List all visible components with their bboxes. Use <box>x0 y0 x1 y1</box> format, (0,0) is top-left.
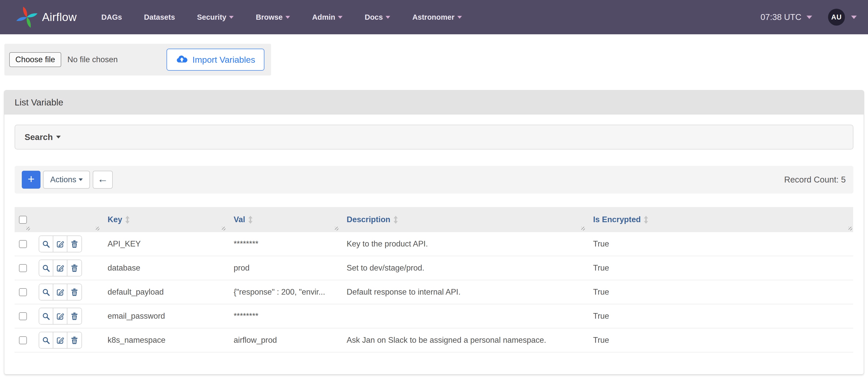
nav-item-security[interactable]: Security <box>197 13 234 22</box>
table-row: email_password ******** True <box>14 304 853 328</box>
table-row: default_payload {"response" : 200, "envi… <box>14 280 853 304</box>
header-cell-is-encrypted[interactable]: Is Encrypted <box>586 207 853 232</box>
cell-is-encrypted: True <box>586 336 853 345</box>
magnifier-icon <box>42 336 50 344</box>
edit-icon <box>56 336 64 344</box>
app-root: Airflow DAGs Datasets Security Browse Ad… <box>0 0 868 375</box>
cell-select <box>14 336 31 344</box>
row-action-group <box>39 284 82 301</box>
trash-icon <box>70 312 79 320</box>
clock-label: 07:38 UTC <box>761 12 801 22</box>
cell-actions <box>31 259 100 276</box>
table-body: API_KEY ******** Key to the product API.… <box>14 232 853 352</box>
brand-home-link[interactable]: Airflow <box>15 5 77 29</box>
header-cell-val[interactable]: Val <box>226 207 339 232</box>
nav-item-datasets[interactable]: Datasets <box>144 13 175 22</box>
user-avatar[interactable]: AU <box>828 9 845 26</box>
cell-select <box>14 312 31 320</box>
back-button[interactable]: ← <box>93 171 113 189</box>
file-input: Choose file No file chosen <box>9 52 118 67</box>
view-record-button[interactable] <box>39 284 53 300</box>
delete-record-button[interactable] <box>67 284 82 300</box>
row-action-group <box>39 332 82 349</box>
column-resize-handle[interactable] <box>96 227 99 231</box>
nav-item-dags[interactable]: DAGs <box>101 13 122 22</box>
header-cell-description[interactable]: Description <box>339 207 586 232</box>
edit-icon <box>56 264 64 272</box>
magnifier-icon <box>42 240 50 248</box>
toolbar: + Actions ← Record Count: 5 <box>14 166 854 194</box>
panel-body: Search + Actions ← Record Count: 5 <box>4 114 864 374</box>
cell-val: ******** <box>226 312 339 321</box>
nav-item-docs[interactable]: Docs <box>365 13 390 22</box>
table-header-row: Key Val Description <box>14 207 853 232</box>
view-record-button[interactable] <box>39 332 53 348</box>
trash-icon <box>70 288 79 296</box>
column-resize-handle[interactable] <box>222 227 225 231</box>
cell-actions <box>31 308 100 324</box>
nav-item-astronomer[interactable]: Astronomer <box>412 13 462 22</box>
row-action-group <box>39 308 82 324</box>
view-record-button[interactable] <box>39 236 53 252</box>
cell-is-encrypted: True <box>586 287 853 297</box>
cell-key: k8s_namespace <box>100 336 226 345</box>
select-all-checkbox[interactable] <box>19 216 27 224</box>
view-record-button[interactable] <box>39 260 53 276</box>
cell-val: {"response" : 200, "envir... <box>226 287 339 297</box>
timezone-selector[interactable]: 07:38 UTC <box>761 12 812 22</box>
cell-is-encrypted: True <box>586 239 853 249</box>
add-record-button[interactable]: + <box>22 171 40 189</box>
caret-down-icon <box>807 15 812 19</box>
row-checkbox[interactable] <box>19 240 27 248</box>
search-dropdown[interactable]: Search <box>14 125 854 149</box>
row-checkbox[interactable] <box>19 336 27 344</box>
import-variables-button[interactable]: Import Variables <box>166 49 265 71</box>
nav-item-admin[interactable]: Admin <box>312 13 343 22</box>
cell-select <box>14 288 31 296</box>
column-resize-handle[interactable] <box>26 227 30 231</box>
sort-icon <box>393 216 398 224</box>
row-checkbox[interactable] <box>19 264 27 272</box>
column-resize-handle[interactable] <box>581 227 585 231</box>
row-action-group <box>39 236 82 252</box>
row-checkbox[interactable] <box>19 288 27 296</box>
sort-icon <box>644 216 648 224</box>
edit-record-button[interactable] <box>53 308 67 324</box>
delete-record-button[interactable] <box>67 236 82 252</box>
cell-key: database <box>100 264 226 273</box>
edit-record-button[interactable] <box>53 236 67 252</box>
navbar-right: 07:38 UTC AU <box>761 9 857 26</box>
row-checkbox[interactable] <box>19 312 27 320</box>
magnifier-icon <box>42 312 50 320</box>
caret-down-icon <box>385 16 390 19</box>
cell-description: Default response to internal API. <box>339 287 586 297</box>
cell-key: API_KEY <box>100 239 226 249</box>
edit-record-button[interactable] <box>53 284 67 300</box>
cell-key: email_password <box>100 312 226 321</box>
column-resize-handle[interactable] <box>335 227 338 231</box>
header-cell-key[interactable]: Key <box>100 207 226 232</box>
actions-dropdown-button[interactable]: Actions <box>43 171 90 189</box>
header-cell-select <box>14 207 31 232</box>
user-menu-caret-icon[interactable] <box>851 15 857 19</box>
caret-down-icon <box>56 136 61 138</box>
edit-record-button[interactable] <box>53 332 67 348</box>
nav-item-browse[interactable]: Browse <box>256 13 290 22</box>
sort-icon <box>125 216 130 224</box>
cell-val: ******** <box>226 239 339 249</box>
row-action-group <box>39 259 82 276</box>
file-status-text: No file chosen <box>67 55 118 64</box>
column-resize-handle[interactable] <box>848 227 852 231</box>
choose-file-button[interactable]: Choose file <box>9 52 61 67</box>
delete-record-button[interactable] <box>67 308 82 324</box>
caret-down-icon <box>79 178 83 181</box>
cell-description: Key to the product API. <box>339 239 586 249</box>
edit-record-button[interactable] <box>53 260 67 276</box>
cell-val: airflow_prod <box>226 336 339 345</box>
nav-menu: DAGs Datasets Security Browse Admin Docs… <box>101 13 462 22</box>
delete-record-button[interactable] <box>67 260 82 276</box>
view-record-button[interactable] <box>39 308 53 324</box>
trash-icon <box>70 264 79 272</box>
caret-down-icon <box>457 16 462 19</box>
delete-record-button[interactable] <box>67 332 82 348</box>
